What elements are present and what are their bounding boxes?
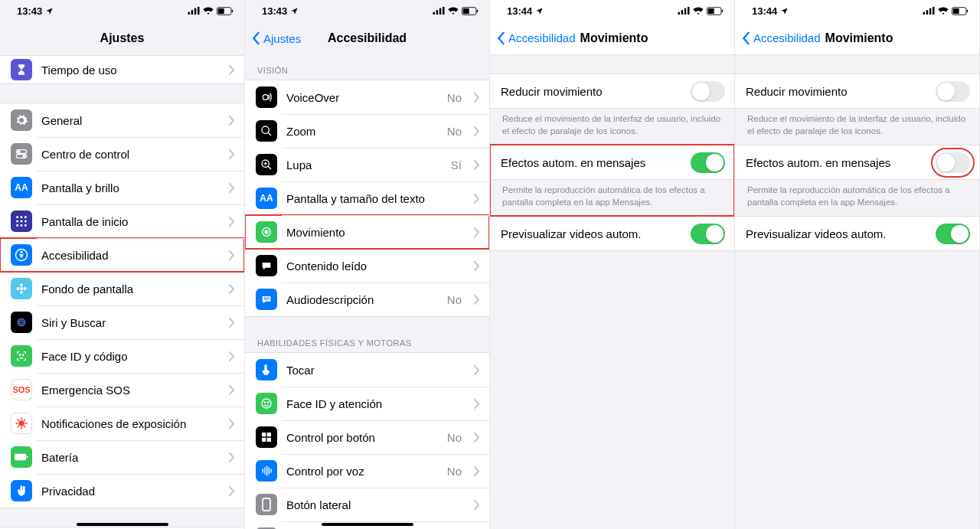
row-pantalla-y-tamano-del-texto[interactable]: AAPantalla y tamaño del texto xyxy=(245,181,489,215)
svg-rect-76 xyxy=(270,469,271,472)
row-pantalla-de-inicio[interactable]: Pantalla de inicio xyxy=(0,204,244,238)
faceid-icon xyxy=(11,345,32,367)
row-boton-lateral[interactable]: Botón lateral xyxy=(245,488,489,521)
nav-back[interactable]: Accesibilidad xyxy=(741,31,821,45)
row-tocar[interactable]: Tocar xyxy=(245,353,489,387)
svg-text:AD: AD xyxy=(263,296,270,301)
row-label: Pantalla de inicio xyxy=(41,215,220,228)
row-label: Centro de control xyxy=(41,148,220,161)
row-movimiento[interactable]: Movimiento xyxy=(245,215,489,249)
chevron-icon xyxy=(474,295,480,305)
svg-rect-75 xyxy=(269,467,270,474)
face-icon xyxy=(256,393,277,414)
motion-icon xyxy=(256,221,277,243)
chevron-icon xyxy=(474,399,480,409)
nav-back[interactable]: Accesibilidad xyxy=(496,31,576,45)
row-tiempo-de-uso[interactable]: Tiempo de uso xyxy=(0,56,244,83)
svg-point-26 xyxy=(24,287,27,290)
svg-rect-72 xyxy=(263,469,263,472)
svg-line-38 xyxy=(24,426,25,427)
row-accesibilidad[interactable]: Accesibilidad xyxy=(0,238,244,272)
toggle-reducir-movimiento[interactable] xyxy=(691,81,725,102)
switches-icon xyxy=(11,143,32,165)
svg-rect-68 xyxy=(262,433,266,436)
svg-point-10 xyxy=(23,155,25,158)
toggle-efectos-autom[interactable] xyxy=(691,152,725,173)
row-control-por-boton[interactable]: Control por botónNo xyxy=(245,420,489,454)
toggle-efectos-autom[interactable] xyxy=(936,152,970,173)
page-title: Accesibilidad xyxy=(328,31,407,45)
svg-rect-0 xyxy=(188,12,191,15)
svg-rect-71 xyxy=(267,438,271,442)
row-label: Batería xyxy=(41,451,220,464)
status-time: 13:43 xyxy=(262,5,287,17)
row-face-id-y-atencion[interactable]: Face ID y atención xyxy=(245,387,489,420)
row-previsualizar-videos[interactable]: Previsualizar videos autom. xyxy=(490,217,734,250)
row-control-por-voz[interactable]: Control por vozNo xyxy=(245,454,489,488)
row-bateria[interactable]: Batería xyxy=(0,440,244,474)
toggle-previsualizar[interactable] xyxy=(936,224,970,244)
row-emergencia-sos[interactable]: SOSEmergencia SOS xyxy=(0,373,244,407)
virus-icon xyxy=(11,413,32,434)
siri-icon xyxy=(11,312,32,333)
svg-rect-16 xyxy=(24,220,27,223)
row-efectos-autom[interactable]: Efectos autom. en mensajes xyxy=(490,145,734,179)
row-reducir-movimiento[interactable]: Reducir movimiento xyxy=(735,74,979,108)
svg-rect-89 xyxy=(681,10,684,15)
row-previsualizar-videos[interactable]: Previsualizar videos autom. xyxy=(735,217,979,250)
home-indicator[interactable] xyxy=(77,523,168,526)
row-siri-y-buscar[interactable]: Siri y Buscar xyxy=(0,305,244,339)
page-title: Movimiento xyxy=(825,31,893,45)
row-fondo-de-pantalla[interactable]: Fondo de pantalla xyxy=(0,272,244,305)
flower-icon xyxy=(11,278,32,299)
status-bar: 13:44 xyxy=(490,0,734,21)
svg-rect-12 xyxy=(21,216,23,218)
toggle-reducir-movimiento[interactable] xyxy=(936,81,970,102)
row-voiceover[interactable]: VoiceOverNo xyxy=(245,80,489,114)
svg-rect-13 xyxy=(24,216,27,218)
svg-line-61 xyxy=(268,166,271,169)
svg-point-31 xyxy=(22,354,23,355)
row-zoom[interactable]: ZoomNo xyxy=(245,114,489,148)
svg-rect-5 xyxy=(218,8,224,13)
row-privacidad[interactable]: Privacidad xyxy=(0,474,244,508)
nav-bar: Accesibilidad Movimiento xyxy=(735,21,979,55)
chevron-icon xyxy=(229,419,235,429)
row-label: General xyxy=(41,114,220,127)
toggle-previsualizar[interactable] xyxy=(691,224,725,244)
row-reducir-movimiento[interactable]: Reducir movimiento xyxy=(490,74,734,108)
svg-line-39 xyxy=(18,426,19,427)
row-contenido-leido[interactable]: Contenido leído xyxy=(245,249,489,282)
panel-accesibilidad: 13:43 Ajustes Accesibilidad VISIÓN Voice… xyxy=(245,0,490,529)
row-efectos-autom[interactable]: Efectos autom. en mensajes xyxy=(735,145,979,179)
chevron-icon xyxy=(229,284,235,294)
row-general[interactable]: General xyxy=(0,103,244,137)
row-label: Reducir movimiento xyxy=(746,85,926,98)
hourglass-icon xyxy=(11,59,32,80)
svg-rect-17 xyxy=(16,224,18,227)
svg-rect-98 xyxy=(933,7,935,15)
row-notificaciones-de-exposicion[interactable]: Notificaciones de exposición xyxy=(0,407,244,440)
svg-rect-15 xyxy=(21,220,23,223)
chevron-icon xyxy=(229,65,235,75)
chevron-icon xyxy=(229,149,235,159)
nav-back[interactable]: Ajustes xyxy=(251,31,301,45)
svg-point-32 xyxy=(18,420,24,426)
row-pantalla-y-brillo[interactable]: AAPantalla y brillo xyxy=(0,171,244,204)
row-label: Control por voz xyxy=(286,465,438,478)
nav-bar: Accesibilidad Movimiento xyxy=(490,21,734,55)
row-face-id-y-codigo[interactable]: Face ID y código xyxy=(0,339,244,373)
row-label: Previsualizar videos autom. xyxy=(501,227,681,240)
row-audiodescripcion[interactable]: ADAudiodescripciónNo xyxy=(245,282,489,316)
svg-point-55 xyxy=(263,95,268,100)
row-label: Zoom xyxy=(286,125,438,138)
row-centro-de-control[interactable]: Centro de control xyxy=(0,137,244,171)
status-bar: 13:43 xyxy=(0,0,244,21)
row-label: Previsualizar videos autom. xyxy=(746,227,926,240)
chevron-icon xyxy=(229,385,235,395)
row-label: Audiodescripción xyxy=(286,293,438,306)
chevron-icon xyxy=(229,183,235,193)
row-lupa[interactable]: LupaSí xyxy=(245,148,489,181)
svg-point-56 xyxy=(262,126,269,133)
home-indicator[interactable] xyxy=(322,523,413,526)
